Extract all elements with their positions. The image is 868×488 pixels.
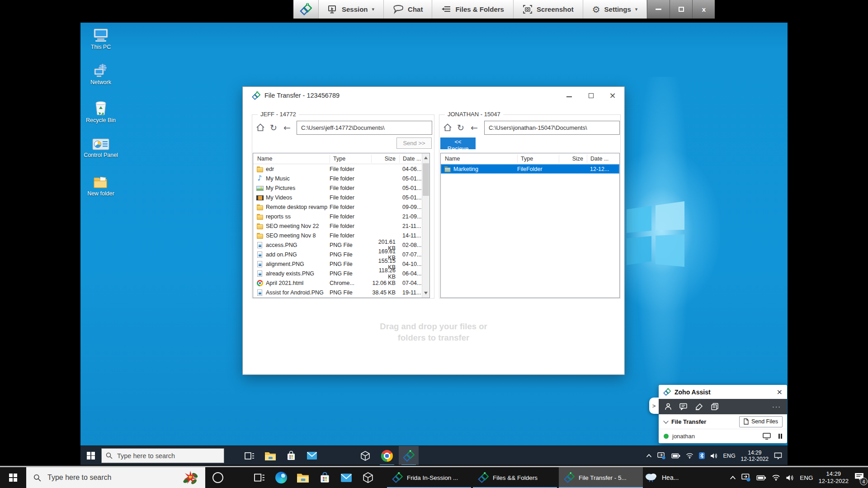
remote-session-tray-icon[interactable] (657, 452, 666, 460)
mail-button[interactable] (302, 446, 322, 465)
dialog-minimize-button[interactable] (558, 87, 580, 104)
back-icon[interactable]: ← (469, 122, 480, 133)
home-icon[interactable] (442, 122, 453, 133)
home-icon[interactable] (255, 122, 266, 133)
store-button[interactable] (281, 446, 301, 465)
language-indicator[interactable]: ENG (800, 474, 813, 481)
package-app-button[interactable] (358, 467, 378, 488)
column-header-date[interactable]: Date ... (587, 155, 619, 163)
monitor-icon[interactable] (763, 433, 771, 440)
annotate-button[interactable] (695, 403, 703, 410)
close-button[interactable]: x (692, 0, 715, 19)
column-header-size[interactable]: Size (372, 155, 400, 163)
dialog-close-button[interactable]: × (602, 87, 623, 104)
file-row[interactable]: My PicturesFile folder05-01... (253, 183, 422, 193)
desktop-icon-control-panel[interactable]: Control Panel (80, 138, 121, 158)
remote-path-input[interactable] (484, 121, 620, 135)
column-header-size[interactable]: Size (559, 155, 587, 163)
bluetooth-icon[interactable] (699, 452, 705, 459)
pause-session-button[interactable] (778, 434, 783, 439)
host-search-input[interactable] (47, 473, 177, 482)
tray-expand-icon[interactable] (646, 454, 652, 458)
scroll-down-arrow[interactable] (424, 292, 428, 294)
widget-close-icon[interactable]: × (777, 388, 783, 396)
cortana-button[interactable] (212, 472, 223, 483)
chrome-button[interactable] (377, 446, 397, 465)
column-header-name[interactable]: Name (441, 155, 518, 163)
chat-button[interactable]: Chat (384, 0, 432, 19)
host-search-box[interactable] (26, 467, 205, 488)
mail-button[interactable] (336, 467, 356, 488)
dialog-maximize-button[interactable] (580, 87, 602, 104)
local-path-input[interactable] (297, 121, 432, 135)
task-view-button[interactable] (240, 446, 259, 465)
column-header-type[interactable]: Type (330, 155, 372, 163)
wifi-icon[interactable] (772, 474, 780, 481)
volume-icon[interactable] (786, 474, 794, 481)
weather-widget[interactable]: Hea... (644, 467, 679, 488)
action-center-icon[interactable] (774, 452, 782, 460)
tray-expand-icon[interactable] (730, 475, 736, 480)
taskbar-app-frida-session[interactable]: Frida In-Session ... (387, 467, 471, 488)
back-icon[interactable]: ← (282, 122, 292, 133)
participants-button[interactable] (665, 403, 672, 410)
scrollbar[interactable] (422, 153, 429, 298)
file-row[interactable]: Remote desktop revampFile folder09-09... (253, 202, 422, 212)
file-row[interactable]: My MusicFile folder05-01... (253, 174, 422, 183)
edge-button[interactable] (271, 467, 291, 488)
file-list-header[interactable]: Name Type Size Date ... (253, 153, 429, 164)
column-header-type[interactable]: Type (518, 155, 559, 163)
file-list-header[interactable]: Name Type Size Date ... (441, 153, 619, 164)
volume-icon[interactable] (710, 453, 718, 459)
column-header-name[interactable]: Name (253, 155, 330, 163)
store-button[interactable] (315, 467, 335, 488)
refresh-icon[interactable]: ↻ (268, 122, 279, 133)
clock[interactable]: 14:29 12-12-2022 (819, 470, 849, 485)
desktop-icon-new-folder[interactable]: New folder (80, 175, 121, 197)
session-menu-button[interactable]: Session ▾ (319, 0, 384, 19)
file-row[interactable]: My VideosFile folder05-01... (253, 193, 422, 202)
desktop-icon-this-pc[interactable]: This PC (80, 28, 121, 50)
screenshot-button[interactable]: Screenshot (514, 0, 583, 19)
widget-collapse-tab[interactable]: > (649, 398, 659, 414)
desktop-icon-network[interactable]: Network (80, 63, 121, 85)
scroll-thumb[interactable] (423, 163, 429, 196)
remote-start-button[interactable] (80, 446, 101, 465)
taskbar-app-file-transfer[interactable]: File Transfer - 5... (559, 467, 643, 488)
file-row[interactable]: SEO meeting Nov 22File folder21-11... (253, 221, 422, 231)
remote-search-box[interactable] (101, 448, 224, 463)
send-files-button[interactable]: Send Files (739, 416, 783, 427)
copy-clipboard-button[interactable] (711, 403, 718, 410)
receive-button[interactable]: << Recieve (440, 137, 476, 149)
task-view-button[interactable] (250, 467, 269, 488)
remote-session-tray-icon[interactable] (741, 474, 751, 482)
chevron-down-icon[interactable] (663, 418, 668, 423)
maximize-button[interactable] (670, 0, 692, 19)
widget-header[interactable]: Zoho Assist × (659, 385, 787, 399)
wifi-icon[interactable] (686, 453, 693, 459)
settings-menu-button[interactable]: ⚙ Settings ▾ (583, 0, 647, 19)
desktop-icon-recycle-bin[interactable]: Recycle Bin (80, 100, 121, 123)
remote-search-input[interactable] (116, 452, 211, 460)
file-explorer-button[interactable] (293, 467, 313, 488)
action-center-button[interactable]: 4 (854, 472, 864, 483)
more-options-button[interactable]: ··· (772, 403, 781, 410)
zoho-assist-taskbar-button[interactable] (399, 446, 419, 465)
file-row[interactable]: reports ssFile folder21-09... (253, 212, 422, 221)
files-folders-button[interactable]: Files & Folders (432, 0, 514, 19)
battery-icon[interactable] (756, 475, 766, 481)
minimize-button[interactable] (647, 0, 670, 19)
refresh-icon[interactable]: ↻ (455, 122, 466, 133)
battery-icon[interactable] (671, 453, 680, 459)
host-start-button[interactable] (0, 467, 26, 488)
file-explorer-button[interactable] (260, 446, 280, 465)
file-row[interactable]: already exists.PNGPNG File118.26 KB06-04… (253, 269, 422, 278)
scroll-up-arrow[interactable] (424, 156, 428, 159)
send-button[interactable]: Send >> (396, 137, 432, 149)
file-row[interactable]: edrFile folder04-06... (253, 164, 422, 174)
clock[interactable]: 14:29 12-12-2022 (741, 450, 769, 462)
language-indicator[interactable]: ENG (723, 453, 736, 459)
chat-button[interactable] (679, 403, 688, 410)
file-row[interactable]: April 2021.htmlChrome...12.06 KB07-04... (253, 278, 422, 288)
file-row[interactable]: Assist for Android.PNGPNG File38.45 KB19… (253, 288, 422, 297)
